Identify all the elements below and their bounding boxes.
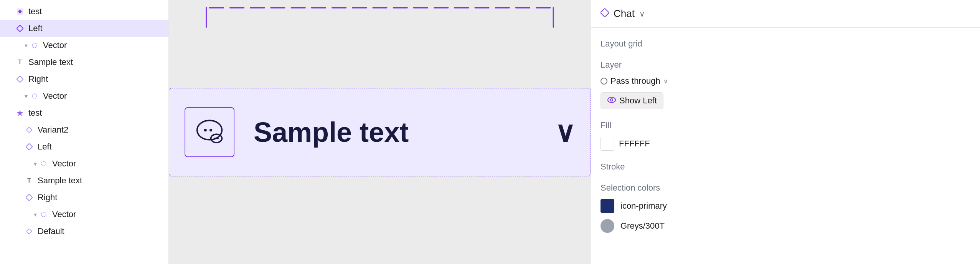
layer-sample-text-1[interactable]: T Sample text xyxy=(0,54,168,71)
layer-label: Right xyxy=(28,74,48,84)
diamond-outline-icon xyxy=(15,24,25,33)
show-left-eye-icon xyxy=(607,96,616,105)
stroke-section: Stroke + xyxy=(601,160,980,174)
pass-through-label: Pass through xyxy=(610,76,660,86)
layer-label: Default xyxy=(38,226,64,236)
layer-label: test xyxy=(28,7,42,17)
right-panel: Chat ∨ ··· Layout grid + Layer ⊡ xyxy=(591,0,980,264)
text-icon: T xyxy=(25,176,34,185)
svg-point-18 xyxy=(217,137,219,139)
layer-label: Right xyxy=(38,193,57,203)
diamond-small-icon xyxy=(25,227,34,236)
right-panel-content: Layout grid + Layer ⊡ Pass through ∨ 100… xyxy=(591,28,980,242)
left-sidebar: test Left ▾ Vector T Sample text Right ▾… xyxy=(0,0,169,264)
fill-section: Fill ⊞ + FFFFFF 100% − xyxy=(601,118,980,151)
layer-section-label: Layer xyxy=(601,60,622,70)
svg-rect-19 xyxy=(601,8,609,17)
chevron-icon: ▾ xyxy=(34,160,37,168)
layer-label: test xyxy=(28,108,42,118)
layer-vector-2[interactable]: ▾ Vector xyxy=(0,88,168,105)
svg-point-22 xyxy=(608,97,615,103)
star-component-icon xyxy=(15,108,25,118)
vector-icon xyxy=(30,41,39,50)
layer-right-1[interactable]: Right xyxy=(0,71,168,88)
chevron-down-icon: ∨ xyxy=(555,116,575,148)
diamond-outline-icon xyxy=(15,75,25,84)
chevron-icon: ▾ xyxy=(25,42,28,49)
svg-rect-9 xyxy=(26,194,33,201)
sample-text-label: Sample text xyxy=(254,116,539,148)
layer-test-1[interactable]: test xyxy=(0,3,168,20)
layer-label: Vector xyxy=(52,159,76,169)
svg-rect-7 xyxy=(26,144,33,150)
svg-point-23 xyxy=(610,99,613,101)
layer-vector-3[interactable]: ▾ Vector xyxy=(0,155,168,172)
svg-rect-3 xyxy=(17,76,23,83)
diamond-small-icon xyxy=(25,125,34,134)
sel-color-swatch-2[interactable] xyxy=(601,219,614,233)
layer-label: Vector xyxy=(52,209,76,219)
layer-left-2[interactable]: Left xyxy=(0,138,168,155)
fill-row: FFFFFF 100% − xyxy=(601,137,980,151)
layer-right-2[interactable]: Right xyxy=(0,189,168,206)
chevron-icon: ▾ xyxy=(34,211,37,218)
layer-sample-text-2[interactable]: T Sample text xyxy=(0,172,168,189)
sel-color-swatch-1[interactable] xyxy=(601,199,614,213)
panel-diamond-icon xyxy=(601,8,609,20)
vector-icon xyxy=(39,159,48,168)
panel-title-row: Chat ∨ xyxy=(601,8,645,20)
pass-through-select[interactable]: Pass through ∨ xyxy=(601,76,668,86)
pass-through-chevron: ∨ xyxy=(663,78,668,85)
fill-hex-value: FFFFFF xyxy=(619,139,980,149)
layer-default[interactable]: Default xyxy=(0,223,168,240)
svg-rect-11 xyxy=(26,229,32,234)
layer-left-1[interactable]: Left xyxy=(0,20,168,37)
selection-colors-label: Selection colors xyxy=(601,183,980,193)
layer-test-2[interactable]: test xyxy=(0,105,168,121)
layer-label: Vector xyxy=(43,40,67,50)
svg-point-8 xyxy=(41,161,46,166)
panel-title-chevron[interactable]: ∨ xyxy=(639,9,645,18)
vector-icon xyxy=(39,210,48,219)
layer-label: Variant2 xyxy=(38,125,68,135)
svg-marker-5 xyxy=(17,110,23,116)
component-icon xyxy=(15,7,25,16)
fill-section-header: Fill ⊞ + xyxy=(601,118,980,132)
layer-variant2[interactable]: Variant2 xyxy=(0,121,168,138)
fill-label: Fill xyxy=(601,120,611,130)
sel-color-name-1: icon-primary xyxy=(620,201,667,211)
sel-color-row-1: icon-primary xyxy=(601,199,980,213)
chat-icon-box xyxy=(185,107,234,157)
sel-color-name-2: Greys/300T xyxy=(620,221,665,231)
svg-point-10 xyxy=(41,212,46,217)
right-panel-header: Chat ∨ ··· xyxy=(591,0,980,28)
show-left-label: Show Left xyxy=(619,96,657,106)
diamond-outline-icon xyxy=(25,193,34,202)
layer-vector-4[interactable]: ▾ Vector xyxy=(0,206,168,223)
stroke-label: Stroke xyxy=(601,162,625,172)
layer-label: Sample text xyxy=(38,176,82,186)
layer-section: Layer ⊡ Pass through ∨ 100% xyxy=(601,60,980,109)
layout-grid-label: Layout grid xyxy=(601,39,642,49)
layer-label: Sample text xyxy=(28,57,73,67)
chat-icon xyxy=(192,115,227,149)
layer-controls: Pass through ∨ 100% xyxy=(601,76,980,86)
svg-point-16 xyxy=(210,129,212,131)
layout-grid-section: Layout grid + xyxy=(601,37,980,51)
svg-point-2 xyxy=(32,43,37,48)
text-icon: T xyxy=(15,58,25,67)
sel-color-row-2: Greys/300T xyxy=(601,219,980,233)
fill-color-swatch[interactable] xyxy=(601,137,614,151)
svg-rect-6 xyxy=(26,127,32,133)
component-card: Sample text ∨ xyxy=(169,88,591,176)
show-left-button[interactable]: Show Left xyxy=(601,92,663,109)
svg-point-15 xyxy=(204,129,207,131)
circle-icon xyxy=(601,78,607,85)
svg-point-17 xyxy=(214,137,216,139)
layer-section-header: Layer ⊡ xyxy=(601,60,980,70)
diamond-outline-icon xyxy=(25,142,34,151)
layer-vector-1[interactable]: ▾ Vector xyxy=(0,37,168,54)
svg-rect-1 xyxy=(17,25,23,32)
panel-title: Chat xyxy=(614,8,635,20)
layer-label: Left xyxy=(28,23,43,33)
